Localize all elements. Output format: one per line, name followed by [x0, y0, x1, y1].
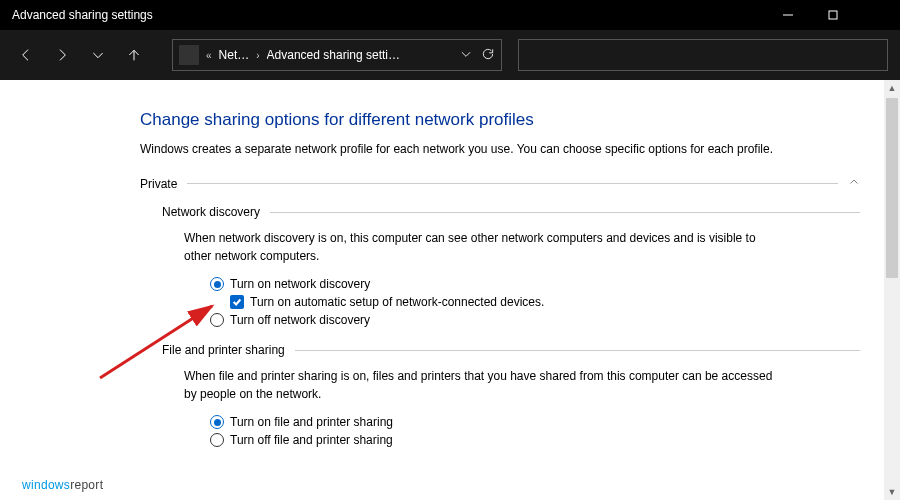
- checkbox-checked-icon[interactable]: [230, 295, 244, 309]
- subsection-header: File and printer sharing: [162, 343, 860, 357]
- radio-row-fileshare-off[interactable]: Turn off file and printer sharing: [210, 433, 860, 447]
- watermark: windowsreport: [22, 478, 103, 492]
- radio-on-icon[interactable]: [210, 277, 224, 291]
- radio-off-icon[interactable]: [210, 313, 224, 327]
- minimize-button[interactable]: [765, 0, 810, 30]
- chevron-left-icon: «: [203, 50, 215, 61]
- address-bar[interactable]: « Net… › Advanced sharing setti…: [172, 39, 502, 71]
- section-label: Private: [140, 177, 177, 191]
- maximize-button[interactable]: [810, 0, 855, 30]
- watermark-part-2: report: [70, 478, 103, 492]
- subsection-network-discovery: Network discovery When network discovery…: [162, 205, 860, 327]
- subsection-label: File and printer sharing: [162, 343, 285, 357]
- location-icon: [179, 45, 199, 65]
- divider: [187, 183, 838, 184]
- navbar: « Net… › Advanced sharing setti…: [0, 30, 900, 80]
- divider: [270, 212, 860, 213]
- subsection-desc: When file and printer sharing is on, fil…: [184, 367, 784, 403]
- chevron-right-icon: ›: [253, 50, 262, 61]
- checkbox-row-auto-setup[interactable]: Turn on automatic setup of network-conne…: [230, 295, 860, 309]
- subsection-label: Network discovery: [162, 205, 260, 219]
- radio-label: Turn on file and printer sharing: [230, 415, 393, 429]
- page-title: Change sharing options for different net…: [140, 110, 860, 130]
- radio-on-icon[interactable]: [210, 415, 224, 429]
- page-subtitle: Windows creates a separate network profi…: [140, 140, 780, 158]
- watermark-part-1: windows: [22, 478, 70, 492]
- scroll-down-icon[interactable]: ▼: [884, 484, 900, 500]
- window-controls: [765, 0, 900, 30]
- up-button[interactable]: [120, 41, 148, 69]
- content-area: Change sharing options for different net…: [0, 80, 900, 447]
- breadcrumb-seg-1[interactable]: Net…: [219, 48, 250, 62]
- breadcrumb-seg-2[interactable]: Advanced sharing setti…: [267, 48, 400, 62]
- radio-row-discovery-on[interactable]: Turn on network discovery: [210, 277, 860, 291]
- titlebar: Advanced sharing settings: [0, 0, 900, 30]
- subsection-header: Network discovery: [162, 205, 860, 219]
- scroll-up-icon[interactable]: ▲: [884, 80, 900, 96]
- recent-button[interactable]: [84, 41, 112, 69]
- subsection-desc: When network discovery is on, this compu…: [184, 229, 784, 265]
- svg-rect-1: [829, 11, 837, 19]
- search-input[interactable]: [518, 39, 888, 71]
- checkbox-label: Turn on automatic setup of network-conne…: [250, 295, 544, 309]
- back-button[interactable]: [12, 41, 40, 69]
- radio-row-discovery-off[interactable]: Turn off network discovery: [210, 313, 860, 327]
- history-dropdown-icon[interactable]: [459, 47, 473, 64]
- radio-label: Turn on network discovery: [230, 277, 370, 291]
- forward-button[interactable]: [48, 41, 76, 69]
- vertical-scrollbar[interactable]: ▲ ▼: [884, 80, 900, 500]
- chevron-up-icon: [848, 176, 860, 191]
- window-title: Advanced sharing settings: [12, 8, 153, 22]
- refresh-icon[interactable]: [481, 47, 495, 64]
- radio-label: Turn off network discovery: [230, 313, 370, 327]
- divider: [295, 350, 860, 351]
- subsection-file-printer: File and printer sharing When file and p…: [162, 343, 860, 447]
- scrollbar-thumb[interactable]: [886, 98, 898, 278]
- radio-row-fileshare-on[interactable]: Turn on file and printer sharing: [210, 415, 860, 429]
- section-header-private[interactable]: Private: [140, 176, 860, 191]
- radio-off-icon[interactable]: [210, 433, 224, 447]
- radio-label: Turn off file and printer sharing: [230, 433, 393, 447]
